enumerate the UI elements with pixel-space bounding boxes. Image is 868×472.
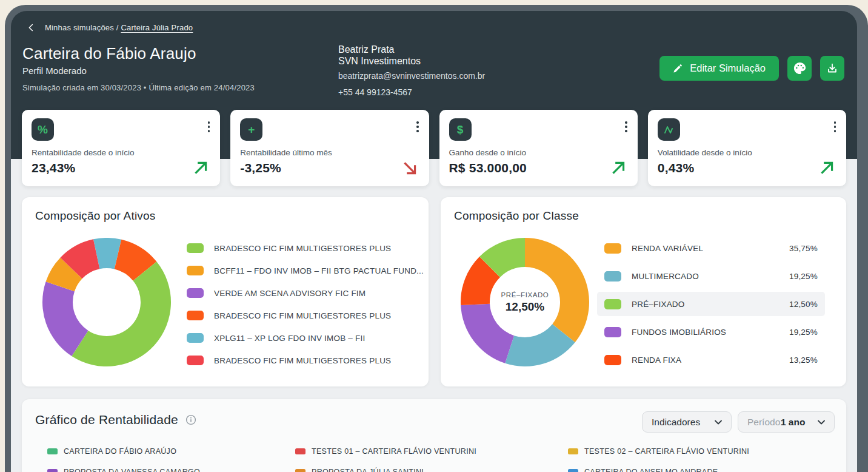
composition-row: Composição por Ativos BRADESCO FIC FIM M… (22, 197, 846, 386)
legend-swatch (604, 327, 621, 337)
legend-item: BRADESCO FIC FIM MULTIGESTORES PLUS (187, 311, 424, 320)
edit-simulation-label: Editar Simulação (690, 62, 766, 74)
legend-item[interactable]: CARTEIRA DO ANSELMO ANDRADE (568, 466, 834, 472)
legend-label: CARTEIRA DO FÁBIO ARAÚJO (64, 447, 176, 456)
legend-item: VERDE AM SCENA ADVISORY FIC FIM (187, 288, 424, 298)
trend-up-icon (818, 159, 836, 177)
legend-item[interactable]: RENDA VARIÁVEL35,75% (597, 236, 825, 260)
legend-swatch (187, 288, 204, 298)
profile-label: Perfil Moderado (22, 66, 87, 76)
donut-segment (72, 261, 171, 366)
legend-value: 35,75% (789, 244, 818, 253)
simulation-meta: Simulação criada em 30/03/2023 • Última … (22, 83, 255, 92)
legend-item-highlighted[interactable]: PRÉ–FIXADO12,50% (597, 292, 825, 316)
legend-item[interactable]: RENDA FIXA13,25% (597, 348, 825, 372)
legend-swatch (47, 469, 58, 472)
legend-value: 13,25% (789, 356, 818, 365)
legend-swatch (295, 469, 305, 472)
breadcrumb-current[interactable]: Carteira Júlia Prado (121, 23, 193, 32)
card-title: Composição por Ativos (35, 209, 156, 223)
indicators-dropdown[interactable]: Indicadores (642, 411, 732, 433)
legend-label: BRADESCO FIC FIM MULTIGESTORES PLUS (214, 311, 391, 320)
legend-item[interactable]: TESTES 02 – CARTEIRA FLÁVIO VENTURINI (568, 445, 834, 457)
stat-card-rentabilidade-mes: + Rentabilidade último mês -3,25% (230, 110, 429, 186)
legend-value: 19,25% (789, 272, 818, 281)
period-dropdown[interactable]: Período: 1 ano (738, 411, 835, 433)
legend-swatch (187, 333, 204, 343)
legend-swatch (604, 271, 621, 282)
download-button[interactable] (820, 56, 844, 81)
edit-simulation-button[interactable]: Editar Simulação (659, 56, 779, 81)
breadcrumb: Minhas simulações / Carteira Júlia Prado (27, 23, 193, 32)
legend-swatch (187, 243, 204, 253)
legend-swatch (568, 469, 578, 472)
advisor-email: beatrizprata@svninvestimentos.com.br (338, 71, 485, 81)
class-donut-chart[interactable] (461, 238, 589, 366)
card-menu-kebab-icon[interactable] (624, 120, 629, 133)
stat-label: Volatilidade desde o início (658, 148, 752, 157)
legend-item[interactable]: FUNDOS IMOBILIÁRIOS19,25% (597, 320, 825, 344)
legend-label: BRADESCO FIC FIM MULTIGESTORES PLUS (214, 356, 391, 365)
assets-donut-chart[interactable] (42, 238, 171, 366)
legend-item: BRADESCO FIC FIM MULTIGESTORES PLUS (187, 356, 424, 365)
legend-item[interactable]: MULTIMERCADO19,25% (597, 264, 825, 288)
legend-label: VERDE AM SCENA ADVISORY FIC FIM (214, 289, 366, 298)
back-chevron-icon[interactable] (27, 23, 36, 32)
card-menu-kebab-icon[interactable] (415, 120, 420, 133)
donut-segment (525, 238, 589, 342)
info-icon[interactable] (185, 414, 196, 425)
performance-controls: Indicadores Período: 1 ano (642, 411, 835, 433)
stat-value: 0,43% (658, 161, 695, 175)
legend-label: RENDA VARIÁVEL (632, 244, 703, 253)
chevron-down-icon (818, 420, 825, 425)
legend-swatch (295, 448, 305, 454)
class-legend: RENDA VARIÁVEL35,75% MULTIMERCADO19,25% … (597, 236, 825, 372)
legend-item[interactable]: PROPOSTA DA JÚLIA SANTINI (295, 466, 568, 472)
breadcrumb-section[interactable]: Minhas simulações (45, 23, 114, 32)
legend-item: BCFF11 – FDO INV IMOB – FII BTG PACTUAL … (187, 266, 424, 275)
card-title: Composição por Classe (454, 209, 579, 223)
legend-item[interactable]: TESTES 01 – CARTEIRA FLÁVIO VENTURINI (295, 445, 568, 457)
legend-label: XPLG11 – XP LOG FDO INV IMOB – FII (214, 334, 365, 343)
advisor-phone: +55 44 99123-4567 (338, 87, 485, 97)
legend-label: PROPOSTA DA JÚLIA SANTINI (312, 468, 424, 472)
stat-card-volatilidade: Volatilidade desde o início 0,43% (648, 110, 846, 186)
stat-value: R$ 53.000,00 (449, 161, 527, 175)
stat-label: Rentabilidade último mês (240, 148, 332, 157)
legend-label: TESTES 02 – CARTEIRA FLÁVIO VENTURINI (584, 447, 749, 456)
pencil-icon (673, 63, 683, 73)
card-menu-kebab-icon[interactable] (833, 120, 838, 133)
legend-value: 12,50% (789, 300, 818, 309)
legend-label: BCFF11 – FDO INV IMOB – FII BTG PACTUAL … (214, 266, 424, 275)
advisor-company: SVN Investimentos (338, 55, 485, 67)
activity-icon (658, 118, 680, 141)
legend-swatch (187, 266, 204, 275)
dollar-icon: $ (449, 118, 472, 141)
legend-swatch (187, 356, 204, 365)
trend-up-icon (192, 159, 210, 177)
legend-swatch (47, 448, 58, 454)
stats-row: % Rentabilidade desde o início 23,43% + … (22, 110, 846, 186)
header-actions: Editar Simulação (659, 56, 844, 81)
legend-label: FUNDOS IMOBILIÁRIOS (632, 328, 726, 337)
legend-swatch (604, 243, 621, 254)
plus-icon: + (240, 118, 262, 141)
donut-segment (461, 304, 514, 363)
download-icon (826, 62, 839, 75)
trend-up-icon (609, 159, 627, 177)
advisor-name: Beatriz Prata (338, 44, 485, 55)
legend-label: TESTES 01 – CARTEIRA FLÁVIO VENTURINI (312, 447, 476, 456)
theme-palette-button[interactable] (787, 56, 812, 81)
legend-swatch (604, 355, 621, 365)
stat-value: -3,25% (240, 161, 281, 175)
chevron-down-icon (715, 420, 722, 425)
indicators-label: Indicadores (652, 417, 700, 428)
card-menu-kebab-icon[interactable] (207, 120, 212, 133)
legend-label: MULTIMERCADO (632, 272, 699, 281)
palette-icon (793, 61, 807, 75)
stat-value: 23,43% (32, 161, 75, 175)
advisor-info: Beatriz Prata SVN Investimentos beatrizp… (338, 44, 485, 97)
legend-item[interactable]: CARTEIRA DO FÁBIO ARAÚJO (47, 445, 295, 457)
legend-item[interactable]: PROPOSTA DA VANESSA CAMARGO (47, 466, 295, 472)
trend-down-icon (401, 159, 419, 177)
